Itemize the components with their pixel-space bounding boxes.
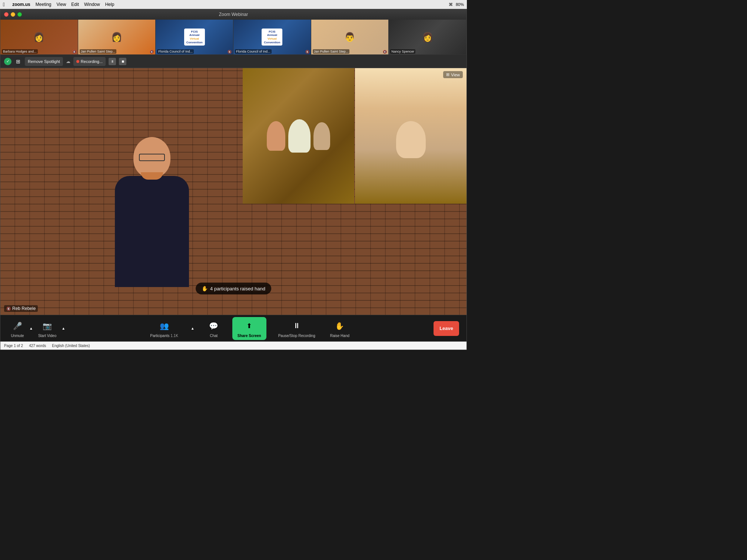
- unmute-caret[interactable]: ▲: [29, 326, 34, 331]
- participants-icon: 👥: [157, 319, 171, 333]
- menu-item-meeting[interactable]: Meeting: [36, 2, 52, 7]
- speaker-silhouette: [100, 137, 204, 315]
- participant-name-jan1: Jan Pullen Saint Step...: [80, 49, 117, 54]
- recording-button[interactable]: Recording...: [73, 57, 106, 66]
- recording-cloud-icon: ☁: [66, 59, 70, 64]
- start-video-icon: 📷: [41, 319, 54, 333]
- video-caret[interactable]: ▲: [61, 326, 66, 331]
- spotlight-checkmark-icon: ✓: [4, 58, 11, 65]
- participant-thumb-fcis1[interactable]: FCISAnnualVirtualConvention Florida Coun…: [156, 20, 233, 54]
- participant-name-fcis1: Florida Council of Ind...: [157, 49, 194, 54]
- unmute-button[interactable]: 🎤 Unmute: [8, 318, 27, 339]
- speaker-mute-icon: 🔇: [6, 307, 11, 311]
- center-controls: 👥 Participants 1.1K ▲ 💬 Chat ⬆ Share Scr…: [147, 317, 352, 340]
- chat-icon: 💬: [207, 319, 220, 333]
- pause-recording-button-bar[interactable]: ⏸ Pause/Stop Recording: [275, 318, 318, 339]
- side-video-group-scene[interactable]: [243, 68, 354, 204]
- raised-hand-tooltip[interactable]: ✋ 4 participants raised hand: [196, 283, 271, 294]
- participant-name-barbara: Barbara Hodges and...: [2, 49, 38, 54]
- left-controls: 🎤 Unmute ▲ 📷 Start Video ▲: [8, 318, 66, 339]
- close-up-bg: [355, 68, 467, 204]
- menu-item-edit[interactable]: Edit: [71, 2, 79, 7]
- apple-logo-icon[interactable]: : [3, 1, 5, 7]
- pause-recording-label: Pause/Stop Recording: [278, 334, 315, 338]
- recording-dot-icon: [76, 60, 79, 63]
- share-screen-label: Share Screen: [238, 334, 261, 338]
- speaker-head: [133, 137, 170, 178]
- raise-hand-label: Raise Hand: [330, 334, 349, 338]
- leave-button[interactable]: Leave: [434, 321, 459, 336]
- participant-name-jan2: Jan Pullen Saint Step...: [313, 49, 350, 54]
- speaker-name-text: Reb Rebele: [12, 306, 36, 311]
- start-video-button[interactable]: 📷 Start Video: [35, 318, 59, 339]
- view-label: View: [451, 73, 460, 77]
- grid-view-button[interactable]: ⊞: [14, 58, 22, 65]
- recording-label: Recording...: [81, 59, 103, 64]
- raised-hand-icon: ✋: [202, 286, 208, 291]
- minimize-button[interactable]: [11, 12, 15, 17]
- pause-icon: ⏸: [111, 60, 114, 63]
- view-button[interactable]: ⊞ View: [443, 71, 463, 78]
- mute-icon-fcis2: 🔇: [305, 50, 309, 54]
- maximize-button[interactable]: [17, 12, 22, 17]
- right-controls: Leave: [434, 321, 459, 336]
- participant-thumb-nancy[interactable]: 👩 Nancy Spencer: [389, 20, 467, 54]
- participants-count: 1.1K: [170, 334, 178, 338]
- start-video-label: Start Video: [38, 334, 56, 338]
- unmute-icon: 🎤: [11, 319, 24, 333]
- speaker-figure: [24, 93, 280, 315]
- participant-thumb-jan1[interactable]: 👩 Jan Pullen Saint Step... 🔇: [78, 20, 156, 54]
- speaker-glasses: [139, 154, 165, 161]
- menu-item-view[interactable]: View: [57, 2, 66, 7]
- participants-button[interactable]: 👥 Participants 1.1K: [147, 318, 181, 339]
- title-bar: Zoom Webinar: [0, 9, 467, 20]
- close-button[interactable]: [4, 12, 9, 17]
- menu-bar:  zoom.us Meeting View Edit Window Help …: [0, 0, 467, 9]
- main-content-area: 🔇 Reb Rebele: [0, 68, 467, 315]
- menu-item-help[interactable]: Help: [105, 2, 114, 7]
- control-bar: 🎤 Unmute ▲ 📷 Start Video ▲ 👥 Participant…: [0, 315, 467, 341]
- avatar-jan2: 👨: [340, 25, 360, 49]
- main-video-panel: 🔇 Reb Rebele: [0, 68, 467, 315]
- participant-strip: 👩 Barbara Hodges and... 🔇 👩 Jan Pullen S…: [0, 20, 467, 55]
- raised-hand-text: 4 participants raised hand: [210, 286, 265, 291]
- remove-spotlight-label: Remove Spotlight: [28, 59, 60, 64]
- wifi-icon: ⌘: [449, 2, 453, 7]
- status-bar: Page 1 of 2 427 words English (United St…: [0, 341, 467, 350]
- side-video-close-up[interactable]: [355, 68, 467, 204]
- menu-items: zoom.us Meeting View Edit Window Help: [12, 2, 114, 7]
- participant-thumb-barbara[interactable]: 👩 Barbara Hodges and... 🔇: [0, 20, 78, 54]
- meeting-toolbar: ✓ ⊞ Remove Spotlight ☁ Recording... ⏸ ⏹: [0, 55, 467, 68]
- pause-recording-button[interactable]: ⏸: [109, 58, 116, 65]
- speaker-name-badge: 🔇 Reb Rebele: [4, 305, 38, 312]
- participant-name-fcis2: Florida Council of Ind...: [235, 49, 272, 54]
- avatar-nancy: 👩: [417, 25, 438, 49]
- share-screen-button[interactable]: ⬆ Share Screen: [232, 317, 266, 340]
- window-title: Zoom Webinar: [219, 12, 248, 17]
- language-label: English (United States): [52, 344, 90, 348]
- stop-recording-button[interactable]: ⏹: [119, 58, 126, 65]
- participants-label: Participants 1.1K: [150, 334, 178, 338]
- menu-item-window[interactable]: Window: [84, 2, 100, 7]
- zoom-window: Zoom Webinar 👩 Barbara Hodges and... 🔇 👩…: [0, 9, 467, 350]
- remove-spotlight-button[interactable]: Remove Spotlight: [25, 57, 63, 66]
- participant-thumb-fcis2[interactable]: FCISAnnualVirtualConvention Florida Coun…: [233, 20, 311, 54]
- chat-button[interactable]: 💬 Chat: [204, 318, 223, 339]
- participants-caret[interactable]: ▲: [190, 326, 195, 331]
- mute-icon-jan2: 🔇: [383, 50, 387, 54]
- avatar-jan1: 👩: [107, 25, 127, 49]
- share-screen-icon: ⬆: [243, 319, 256, 333]
- menu-item-zoom[interactable]: zoom.us: [12, 2, 30, 7]
- battery-label: 80%: [456, 2, 464, 7]
- speaker-body: [115, 176, 189, 287]
- mute-icon-fcis1: 🔇: [228, 50, 232, 54]
- participant-thumb-jan2[interactable]: 👨 Jan Pullen Saint Step... 🔇: [311, 20, 389, 54]
- pause-recording-icon: ⏸: [290, 319, 303, 333]
- raise-hand-icon: ✋: [333, 319, 346, 333]
- side-video-panels: [243, 68, 467, 204]
- mute-icon-barbara: 🔇: [72, 50, 76, 54]
- unmute-label: Unmute: [11, 334, 24, 338]
- system-tray: ⌘ 80%: [449, 2, 464, 7]
- raise-hand-button[interactable]: ✋ Raise Hand: [327, 318, 352, 339]
- stop-icon: ⏹: [121, 60, 124, 63]
